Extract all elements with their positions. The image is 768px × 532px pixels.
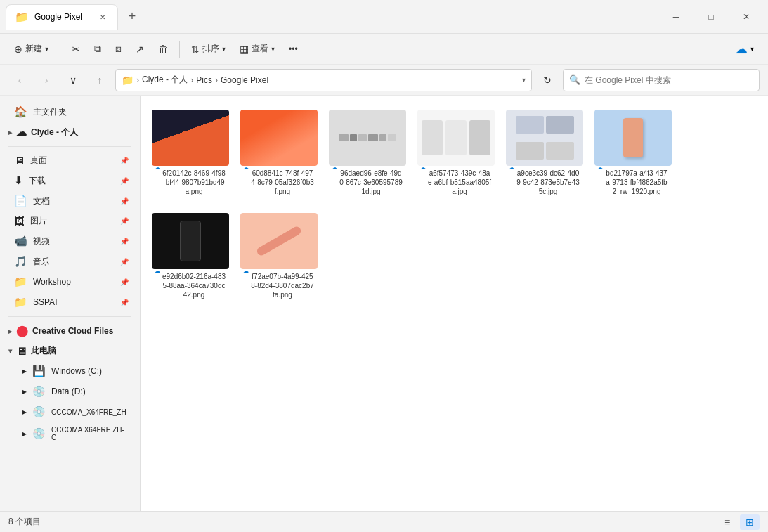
- file-item[interactable]: ☁e92d6b02-216a-4835-88aa-364ca730dc42.pn…: [152, 210, 229, 302]
- breadcrumb-item-pics[interactable]: Pics: [196, 75, 212, 85]
- paste-icon: ⧇: [115, 43, 122, 55]
- sidebar-divider-1: [8, 146, 131, 147]
- grid-view-button[interactable]: ⊞: [740, 514, 760, 530]
- cloud-dropdown-icon: ▾: [750, 45, 754, 53]
- documents-label: 文档: [33, 195, 115, 207]
- sidebar-group-this-pc[interactable]: ▾ 🖥 此电脑: [3, 342, 137, 361]
- sidebar-item-workshop[interactable]: 📁 Workshop 📌: [3, 272, 137, 292]
- back-button[interactable]: ‹: [8, 69, 31, 91]
- workshop-pin-icon: 📌: [120, 278, 129, 286]
- file-thumbnail: [240, 213, 318, 269]
- toolbar: ⊕ 新建 ▾ ✂ ⧉ ⧇ ↗ 🗑 ⇅ 排序 ▾ ▦ 查看 ▾ ••• ☁ ▾: [0, 34, 768, 65]
- tab-close-icon: ✕: [100, 13, 105, 21]
- delete-button[interactable]: 🗑: [152, 40, 174, 58]
- maximize-button[interactable]: □: [695, 6, 727, 28]
- paste-button[interactable]: ⧇: [110, 39, 127, 58]
- cut-button[interactable]: ✂: [66, 40, 86, 58]
- tab-label: Google Pixel: [34, 12, 82, 22]
- active-tab[interactable]: 📁 Google Pixel ✕: [6, 4, 118, 30]
- cut-icon: ✂: [72, 44, 80, 55]
- breadcrumb-folder-icon: 📁: [122, 74, 134, 86]
- breadcrumb-item-clyde[interactable]: Clyde - 个人: [142, 74, 188, 86]
- new-tab-button[interactable]: +: [121, 6, 143, 28]
- list-view-button[interactable]: ≡: [717, 514, 737, 530]
- cccoma1-icon: 💿: [32, 406, 46, 418]
- file-grid: ☁6f20142c-8469-4f98-bf44-9807b91bd49a.pn…: [152, 107, 757, 302]
- breadcrumb-arrow-3: ›: [215, 75, 218, 85]
- minimize-icon: ─: [673, 12, 679, 22]
- downloads-label: 下载: [29, 175, 115, 187]
- sort-icon: ⇅: [191, 44, 200, 55]
- sidebar-item-videos[interactable]: 📹 视频 📌: [3, 231, 137, 251]
- back-icon: ‹: [18, 74, 22, 86]
- file-item[interactable]: ☁a6f57473-439c-48ae-a6bf-b515aa4805fa.jp…: [417, 107, 495, 199]
- copy-icon: ⧉: [94, 43, 101, 55]
- file-thumbnail: [417, 110, 495, 166]
- sidebar-item-documents[interactable]: 📄 文档 📌: [3, 191, 137, 211]
- sidebar-item-cccoma1[interactable]: ▸ 💿 CCCOMA_X64FRE_ZH-: [3, 402, 137, 422]
- cc-icon: ⬤: [16, 325, 28, 337]
- tab-close-button[interactable]: ✕: [96, 11, 109, 23]
- share-button[interactable]: ↗: [130, 40, 150, 58]
- sidebar-group-creative-cloud[interactable]: ▸ ⬤ Creative Cloud Files: [3, 321, 137, 341]
- clyde-cloud-icon: ☁: [16, 126, 27, 138]
- sidebar-item-downloads[interactable]: ⬇ 下载 📌: [3, 171, 137, 190]
- file-item[interactable]: ☁60d8841c-748f-4974-8c79-05af326f0b3f.pn…: [240, 107, 318, 199]
- breadcrumb-item-googlepixel[interactable]: Google Pixel: [221, 75, 268, 85]
- sidebar-item-music[interactable]: 🎵 音乐 📌: [3, 252, 137, 271]
- toolbar-separator-2: [179, 41, 180, 58]
- copy-button[interactable]: ⧉: [89, 39, 107, 58]
- view-button[interactable]: ▦ 查看 ▾: [234, 39, 280, 58]
- sidebar-item-cccoma2[interactable]: ▸ 💿 CCCOMA X64FRE ZH-C: [3, 422, 137, 445]
- cc-label: Creative Cloud Files: [32, 326, 113, 336]
- cloud-sync-icon: ☁: [243, 164, 249, 171]
- search-input[interactable]: [585, 75, 753, 85]
- refresh-button[interactable]: ↻: [536, 69, 559, 91]
- file-item[interactable]: ☁96daed96-e8fe-49d0-867c-3e605957891d.jp…: [329, 107, 406, 199]
- file-item[interactable]: ☁a9ce3c39-dc62-4d09-9c42-873e5b7e435c.jp…: [506, 107, 583, 199]
- sidebar-item-home[interactable]: 🏠 主文件夹: [3, 102, 137, 122]
- new-button[interactable]: ⊕ 新建 ▾: [8, 39, 54, 58]
- toolbar-separator-1: [60, 41, 60, 58]
- sspai-pin-icon: 📌: [120, 299, 129, 306]
- sort-label: 排序: [202, 43, 219, 55]
- minimize-button[interactable]: ─: [660, 6, 692, 28]
- file-thumbnail: [152, 213, 229, 269]
- sidebar-item-data-d[interactable]: ▸ 💿 Data (D:): [3, 382, 137, 401]
- sidebar-item-sspai[interactable]: 📁 SSPAI 📌: [3, 292, 137, 312]
- sort-button[interactable]: ⇅ 排序 ▾: [186, 39, 231, 58]
- titlebar: 📁 Google Pixel ✕ + ─ □ ✕: [0, 0, 768, 34]
- sidebar-divider-2: [8, 316, 131, 317]
- sidebar-group-clyde[interactable]: ▸ ☁ Clyde - 个人: [3, 122, 137, 142]
- sidebar-item-pictures[interactable]: 🖼 图片 📌: [3, 212, 137, 231]
- home-label: 主文件夹: [33, 106, 129, 118]
- cc-expand-icon: ▸: [8, 327, 12, 335]
- cloud-button[interactable]: ☁ ▾: [729, 38, 760, 60]
- file-content-area: ☁6f20142c-8469-4f98-bf44-9807b91bd49a.pn…: [141, 96, 768, 511]
- file-thumbnail: [594, 110, 672, 166]
- sidebar-item-windows-c[interactable]: ▸ 💾 Windows (C:): [3, 361, 137, 381]
- up-button[interactable]: ↑: [89, 69, 111, 91]
- windows-icon: 💾: [32, 365, 46, 377]
- file-name-label: f72ae07b-4a99-4258-82d4-3807dac2b7fa.png: [250, 272, 315, 299]
- file-name-label: bd21797a-a4f3-437a-9713-fbf4862a5fb2_rw_…: [604, 169, 669, 196]
- cc1-expand-icon: ▸: [22, 407, 27, 417]
- history-dropdown-button[interactable]: ∨: [62, 69, 84, 91]
- file-item[interactable]: ☁f72ae07b-4a99-4258-82d4-3807dac2b7fa.pn…: [240, 210, 318, 302]
- forward-button[interactable]: ›: [35, 69, 58, 91]
- cloud-sync-icon: ☁: [243, 268, 249, 274]
- sort-dropdown-icon: ▾: [222, 45, 226, 53]
- more-button[interactable]: •••: [283, 41, 304, 58]
- statusbar: 8 个项目 ≡ ⊞: [0, 511, 768, 532]
- new-dropdown-icon: ▾: [45, 45, 48, 53]
- more-icon: •••: [289, 44, 298, 54]
- cccoma1-label: CCCOMA_X64FRE_ZH-: [51, 408, 129, 416]
- file-item[interactable]: ☁bd21797a-a4f3-437a-9713-fbf4862a5fb2_rw…: [594, 107, 672, 199]
- sidebar-item-desktop[interactable]: 🖥 桌面 📌: [3, 151, 137, 170]
- tab-area: 📁 Google Pixel ✕ +: [6, 4, 660, 30]
- view-label: 查看: [252, 43, 268, 55]
- forward-icon: ›: [45, 74, 48, 86]
- file-item[interactable]: ☁6f20142c-8469-4f98-bf44-9807b91bd49a.pn…: [152, 107, 229, 199]
- breadcrumb-dropdown-icon[interactable]: ▾: [522, 76, 526, 84]
- close-button[interactable]: ✕: [730, 6, 762, 28]
